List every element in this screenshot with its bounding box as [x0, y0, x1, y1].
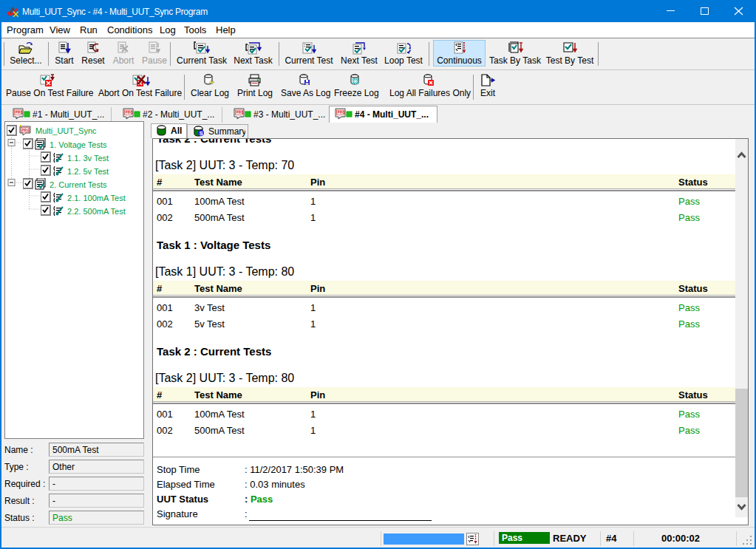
svg-text:S: S — [200, 130, 203, 137]
svg-text:Summary: Summary — [208, 126, 245, 137]
svg-text:#4 - Multi_UUT_...: #4 - Multi_UUT_... — [355, 109, 429, 120]
svg-text:PRG: PRG — [337, 111, 345, 115]
svg-text:PRG: PRG — [22, 129, 30, 132]
svg-text:PRG: PRG — [15, 111, 23, 115]
svg-text:#1 - Multi_UUT_...: #1 - Multi_UUT_... — [33, 109, 104, 120]
svg-text:#3 - Multi_UUT_...: #3 - Multi_UUT_... — [253, 109, 325, 120]
svg-text:PRG: PRG — [236, 111, 244, 115]
svg-text:PRG: PRG — [125, 111, 133, 115]
svg-text:#2 - Multi_UUT_...: #2 - Multi_UUT_... — [143, 109, 214, 120]
svg-text:All: All — [171, 126, 182, 136]
